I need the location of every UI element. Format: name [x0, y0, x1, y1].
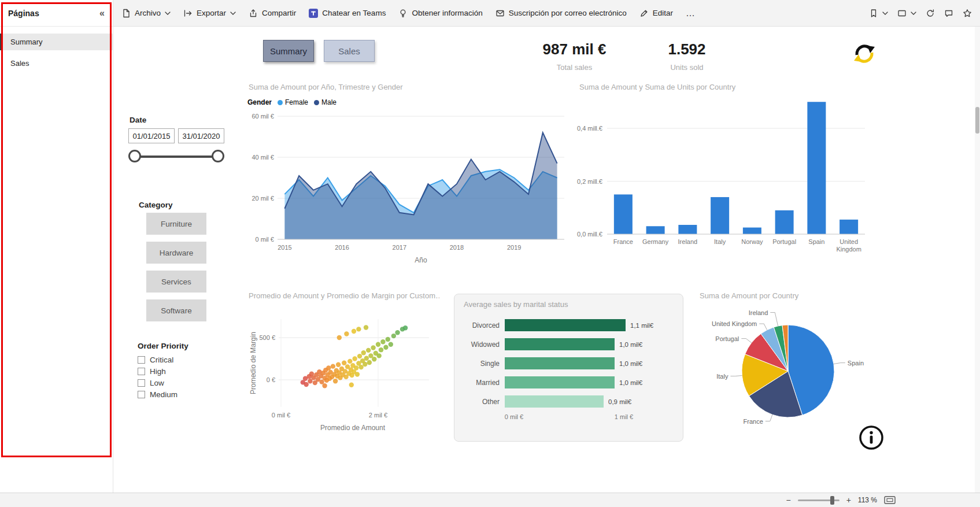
category-option-label: Software	[161, 306, 191, 315]
chevron-down-icon	[165, 12, 171, 15]
marital-bar[interactable]	[505, 395, 604, 408]
refresh-icon	[926, 9, 935, 18]
zoom-percentage: 113 %	[858, 496, 877, 504]
sales-nav-button[interactable]: Sales	[324, 40, 375, 62]
scrollbar-thumb[interactable]	[975, 107, 979, 134]
priority-option-medium[interactable]: Medium	[138, 388, 177, 400]
pages-panel: Páginas « Summary Sales	[0, 0, 113, 493]
legend-items[interactable]: FemaleMale	[278, 98, 336, 106]
marital-bar-row[interactable]: Single1,0 mil€	[464, 354, 674, 373]
marital-bar-row[interactable]: Married1,0 mil€	[464, 373, 674, 392]
refresh-arrows-icon[interactable]	[851, 40, 878, 67]
svg-text:2018: 2018	[450, 244, 464, 251]
zoom-in-button[interactable]: +	[846, 495, 851, 505]
page-item-sales[interactable]: Sales	[0, 55, 113, 72]
priority-option-high[interactable]: High	[138, 365, 166, 377]
priority-option-label: Low	[150, 379, 164, 387]
priority-option-label: High	[150, 367, 166, 376]
checkbox-icon[interactable]	[138, 391, 145, 398]
marital-bars[interactable]: Divorced1,1 mil€Widowed1,0 mil€Single1,0…	[464, 316, 674, 411]
customer-scatter-chart[interactable]: 0 €500 €0 mil €2 mil €Promedio de Amount…	[249, 303, 439, 465]
total-sales-kpi: 987 mil € Total sales	[512, 40, 637, 72]
comments-button[interactable]	[944, 9, 953, 18]
gender-area-chart[interactable]: 0 mil €20 mil €40 mil €60 mil €201520162…	[247, 111, 571, 291]
pages-panel-title: Páginas	[8, 9, 39, 18]
date-slider-handle-end[interactable]	[212, 150, 224, 162]
legend-dot	[314, 100, 319, 105]
checkbox-icon[interactable]	[138, 356, 145, 364]
category-option-services[interactable]: Services	[146, 271, 206, 293]
lightbulb-icon	[398, 9, 408, 18]
summary-nav-button[interactable]: Summary	[263, 40, 314, 62]
toolbar-item-compartir[interactable]: Compartir	[249, 9, 296, 18]
date-to-input[interactable]	[178, 128, 224, 143]
category-option-hardware[interactable]: Hardware	[146, 242, 206, 264]
marital-bar-row[interactable]: Other0,9 mil€	[464, 392, 674, 411]
mail-icon	[495, 9, 505, 18]
page-item-summary[interactable]: Summary	[0, 34, 113, 50]
date-slider-track[interactable]	[135, 156, 217, 158]
category-option-label: Furniture	[161, 220, 192, 228]
category-option-label: Hardware	[160, 249, 194, 257]
svg-text:Promedio de Margin: Promedio de Margin	[249, 332, 257, 394]
marital-bar[interactable]	[505, 319, 626, 331]
svg-text:0,2 mill.€: 0,2 mill.€	[577, 178, 602, 185]
svg-text:60 mil €: 60 mil €	[252, 113, 274, 120]
priority-option-critical[interactable]: Critical	[138, 354, 173, 365]
marital-status-card[interactable]: Average sales by marital status Divorced…	[454, 294, 683, 442]
marital-bar-row[interactable]: Widowed1,0 mil€	[464, 335, 674, 354]
vertical-scrollbar[interactable]	[975, 27, 980, 493]
toolbar-item-subscribe[interactable]: Suscripción por correo electrónico	[495, 9, 627, 18]
toolbar-item-more[interactable]: …	[686, 8, 696, 18]
units-sold-label: Units sold	[641, 63, 733, 72]
info-icon[interactable]	[858, 424, 885, 451]
view-button[interactable]	[897, 9, 916, 18]
checkbox-icon[interactable]	[138, 368, 145, 375]
svg-text:Spain: Spain	[848, 360, 864, 367]
checkbox-icon[interactable]	[138, 379, 145, 387]
area-chart-legend: Gender FemaleMale	[247, 98, 336, 106]
country-pie-chart[interactable]: SpainFranceItalyPortugalUnited KingdomIr…	[688, 301, 885, 445]
svg-text:France: France	[744, 418, 763, 425]
report-canvas: Summary Sales 987 mil € Total sales 1.59…	[113, 27, 975, 493]
toolbar-label-teams: Chatear en Teams	[322, 9, 386, 17]
toolbar-item-insights[interactable]: Obtener información	[398, 9, 482, 18]
svg-text:Ireland: Ireland	[678, 238, 698, 245]
favorite-button[interactable]	[963, 9, 972, 18]
ellipsis-icon: …	[686, 8, 696, 18]
chevron-down-icon	[911, 12, 916, 15]
toolbar-item-archivo[interactable]: Archivo	[121, 9, 171, 18]
powerbi-report-viewer: Páginas « Summary Sales Archivo Exportar…	[0, 0, 980, 507]
toolbar-item-teams[interactable]: Chatear en Teams	[309, 9, 386, 18]
bookmarks-button[interactable]	[869, 9, 888, 18]
zoom-slider[interactable]	[798, 499, 840, 501]
svg-text:UnitedKingdom: UnitedKingdom	[836, 238, 861, 253]
area-chart-title: Suma de Amount por Año, Trimestre y Gend…	[249, 83, 403, 91]
pages-panel-header: Páginas «	[0, 0, 113, 27]
date-from-input[interactable]	[128, 128, 175, 143]
marital-bar-row[interactable]: Divorced1,1 mil€	[464, 316, 674, 335]
marital-bar[interactable]	[505, 338, 615, 350]
zoom-out-button[interactable]: −	[786, 495, 790, 505]
date-slider-handle-start[interactable]	[128, 150, 141, 162]
legend-item[interactable]: Female	[278, 98, 308, 106]
toolbar-item-editar[interactable]: Editar	[639, 9, 673, 18]
fit-to-screen-icon[interactable]	[884, 496, 896, 505]
zoom-slider-handle[interactable]	[830, 496, 834, 505]
category-option-software[interactable]: Software	[146, 299, 206, 321]
country-bar-chart[interactable]: 0,0 mill.€0,2 mill.€0,4 mill.€FranceGerm…	[570, 96, 868, 269]
collapse-panel-icon[interactable]: «	[99, 9, 105, 18]
svg-text:France: France	[613, 238, 633, 245]
refresh-button[interactable]	[926, 9, 935, 18]
toolbar-item-exportar[interactable]: Exportar	[183, 9, 236, 18]
legend-title: Gender	[247, 98, 272, 106]
comment-icon	[944, 9, 953, 18]
category-option-label: Services	[161, 277, 191, 286]
marital-bar[interactable]	[505, 357, 615, 369]
legend-item[interactable]: Male	[314, 98, 336, 106]
marital-bar[interactable]	[505, 376, 615, 388]
file-icon	[121, 9, 131, 18]
priority-option-low[interactable]: Low	[138, 377, 164, 388]
total-sales-value: 987 mil €	[512, 40, 637, 58]
category-option-furniture[interactable]: Furniture	[146, 213, 206, 235]
